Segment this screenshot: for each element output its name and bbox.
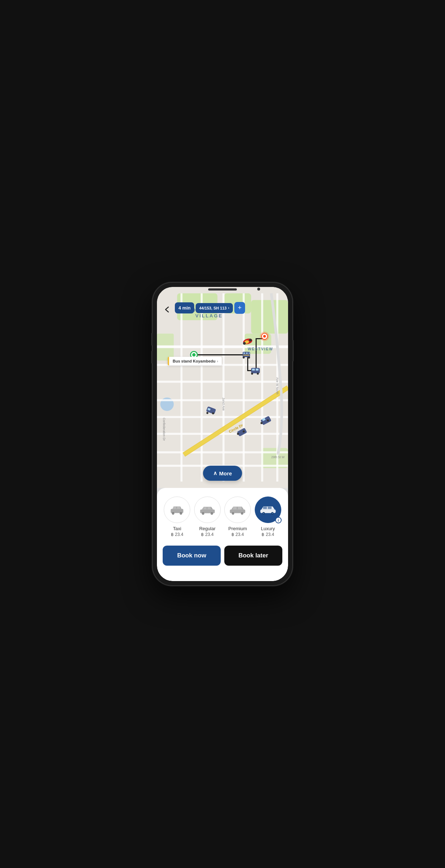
regular-circle: [194, 497, 221, 523]
svg-point-61: [237, 433, 239, 435]
info-icon[interactable]: i: [275, 517, 282, 523]
svg-point-83: [241, 513, 243, 514]
booking-panel: Taxi ฿ 23.4: [157, 488, 288, 581]
address-badge[interactable]: 44/153, SH 113 ›: [196, 303, 233, 313]
chevron-right-icon-bus: ›: [217, 359, 218, 363]
book-now-button[interactable]: Book now: [163, 546, 221, 566]
bus-stand-text: Bus stand Koyambedu: [173, 359, 215, 363]
svg-point-35: [263, 335, 266, 338]
svg-text:Ave W North: Ave W North: [276, 377, 279, 394]
book-later-button[interactable]: Book later: [224, 546, 282, 566]
map-background: HAMPTON VILLAGE WESTVIEW Circle Dr Junct…: [157, 287, 288, 488]
svg-point-51: [257, 373, 259, 375]
vehicle-options: Taxi ฿ 23.4: [163, 497, 282, 537]
svg-rect-65: [177, 507, 180, 509]
svg-rect-38: [246, 353, 248, 354]
svg-rect-86: [268, 507, 272, 509]
regular-label: Regular: [199, 526, 216, 531]
svg-point-32: [192, 353, 196, 356]
svg-point-55: [212, 412, 214, 414]
premium-price: ฿ 23.4: [231, 532, 244, 537]
chevron-right-icon: ›: [228, 306, 229, 310]
vehicle-option-regular[interactable]: Regular ฿ 23.4: [193, 497, 222, 537]
volume-down-button[interactable]: [151, 351, 153, 364]
svg-point-82: [233, 513, 234, 514]
address-text: 44/153, SH 113: [199, 306, 226, 310]
svg-rect-79: [238, 507, 241, 509]
app-screen: HAMPTON VILLAGE WESTVIEW Circle Dr Junct…: [157, 287, 288, 581]
back-button[interactable]: [163, 305, 172, 316]
taxi-price: ฿ 23.4: [171, 532, 183, 537]
svg-point-59: [267, 419, 269, 422]
svg-point-75: [202, 513, 204, 514]
luxury-circle: i: [255, 497, 281, 523]
svg-point-62: [243, 431, 245, 433]
svg-text:Confederation Dr: Confederation Dr: [162, 418, 166, 441]
time-badge: 4 min: [175, 302, 194, 313]
svg-text:VILLAGE: VILLAGE: [195, 313, 223, 318]
svg-rect-48: [252, 369, 255, 371]
luxury-label: Luxury: [261, 526, 275, 531]
luxury-price: ฿ 23.4: [262, 532, 274, 537]
taxi-circle: [164, 497, 190, 523]
svg-point-40: [243, 356, 245, 359]
svg-point-89: [263, 513, 264, 514]
svg-point-69: [180, 513, 181, 514]
svg-rect-19: [243, 293, 245, 482]
svg-point-76: [211, 513, 212, 514]
svg-rect-20: [261, 293, 263, 482]
svg-rect-49: [256, 369, 259, 371]
map-area: HAMPTON VILLAGE WESTVIEW Circle Dr Junct…: [157, 287, 288, 488]
volume-up-button[interactable]: [151, 333, 153, 346]
bus-stand-label[interactable]: Bus stand Koyambedu ›: [168, 357, 222, 365]
speaker: [208, 288, 237, 291]
svg-point-58: [260, 422, 263, 424]
more-button[interactable]: ∧ More: [203, 466, 242, 481]
vehicle-option-luxury[interactable]: i Luxury ฿ 23.4: [254, 497, 283, 537]
svg-text:Junct Ave: Junct Ave: [222, 398, 225, 411]
svg-rect-3: [251, 300, 288, 334]
svg-point-54: [206, 412, 209, 414]
phone-frame: HAMPTON VILLAGE WESTVIEW Circle Dr Junct…: [153, 283, 292, 585]
booking-actions: Book now Book later: [163, 546, 282, 566]
svg-rect-85: [263, 507, 267, 509]
premium-circle: [224, 497, 251, 523]
svg-point-41: [248, 356, 250, 359]
svg-rect-39: [249, 353, 250, 354]
svg-point-68: [173, 513, 174, 514]
taxi-label: Taxi: [173, 526, 181, 531]
svg-rect-37: [243, 353, 245, 354]
phone-screen: HAMPTON VILLAGE WESTVIEW Circle Dr Junct…: [157, 287, 288, 581]
add-stop-button[interactable]: +: [234, 302, 245, 314]
more-label: More: [219, 470, 232, 476]
svg-point-46: [249, 339, 252, 341]
svg-rect-17: [201, 293, 203, 482]
svg-rect-84: [260, 509, 276, 513]
svg-point-45: [243, 342, 246, 345]
vehicle-option-taxi[interactable]: Taxi ฿ 23.4: [163, 497, 192, 537]
svg-rect-18: [222, 293, 225, 482]
vehicle-option-premium[interactable]: Premium ฿ 23.4: [223, 497, 252, 537]
power-button[interactable]: [292, 340, 294, 361]
route-info-bar: 4 min 44/153, SH 113 › +: [175, 302, 245, 314]
svg-rect-72: [207, 507, 211, 509]
svg-point-50: [251, 373, 253, 375]
svg-rect-78: [233, 507, 237, 509]
regular-price: ฿ 23.4: [201, 532, 214, 537]
camera: [257, 288, 260, 291]
svg-rect-16: [181, 293, 183, 482]
premium-label: Premium: [228, 526, 247, 531]
svg-text:29th St W: 29th St W: [271, 455, 284, 459]
svg-rect-71: [203, 507, 206, 509]
svg-rect-77: [230, 509, 245, 513]
svg-rect-64: [173, 507, 176, 509]
chevron-up-icon: ∧: [213, 470, 217, 476]
svg-text:WESTVIEW: WESTVIEW: [248, 347, 273, 351]
svg-point-90: [272, 513, 273, 514]
svg-rect-42: [243, 355, 249, 355]
